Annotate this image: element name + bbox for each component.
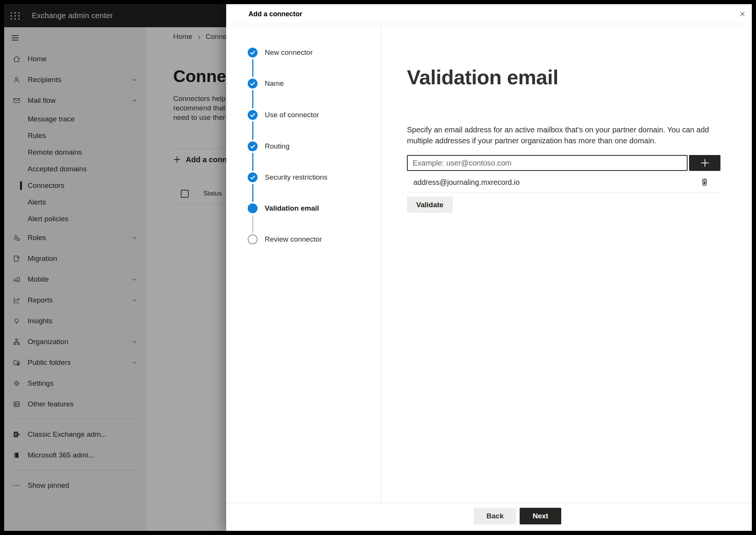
screenshot-frame: Exchange admin center HomeRecipientsMail… — [0, 0, 756, 535]
step-connector-line — [252, 184, 253, 202]
step-label: Use of connector — [265, 110, 319, 120]
divider — [407, 192, 720, 193]
panel-title: Add a connector — [248, 4, 302, 24]
step-label: Security restrictions — [265, 172, 328, 182]
screen: Exchange admin center HomeRecipientsMail… — [4, 4, 752, 531]
close-icon — [739, 10, 746, 18]
add-email-button[interactable] — [689, 155, 720, 171]
step-description: Specify an email address for an active m… — [407, 124, 709, 146]
delete-address-button[interactable] — [699, 177, 710, 188]
checkmark-icon — [248, 141, 258, 151]
step-label: Review connector — [265, 234, 322, 244]
step-heading: Validation email — [407, 65, 558, 89]
checkmark-icon — [248, 48, 258, 57]
step-circle-current — [248, 203, 258, 213]
step-label: Validation email — [265, 203, 319, 213]
wizard-stepper: New connectorNameUse of connectorRouting… — [226, 24, 381, 503]
step-connector-line — [252, 215, 253, 233]
step-circle-upcoming — [248, 234, 258, 244]
step-label: Routing — [265, 141, 290, 151]
checkmark-icon — [248, 110, 258, 120]
validation-email-input[interactable] — [407, 155, 688, 171]
step-connector-line — [252, 59, 253, 77]
modal-scrim — [4, 4, 226, 531]
step-connector-line — [252, 153, 253, 171]
step-circle-done — [248, 141, 258, 151]
next-button[interactable]: Next — [520, 508, 561, 524]
step-circle-done — [248, 79, 258, 88]
step-connector-line — [252, 90, 253, 109]
step-connector-line — [252, 121, 253, 140]
email-address-value: address@journaling.mxrecord.io — [413, 178, 520, 187]
add-connector-panel: Add a connector New connectorNameUse of … — [226, 4, 752, 531]
step-description-line: multiple addresses if your partner organ… — [407, 135, 709, 146]
plus-icon — [699, 157, 711, 169]
step-circle-done — [248, 110, 258, 120]
step-description-line: Specify an email address for an active m… — [407, 124, 709, 135]
back-button[interactable]: Back — [474, 508, 516, 524]
divider — [381, 24, 381, 503]
trash-icon — [700, 177, 709, 187]
checkmark-icon — [248, 79, 258, 88]
validate-button[interactable]: Validate — [407, 197, 453, 213]
panel-header: Add a connector — [226, 4, 752, 24]
close-button[interactable] — [737, 9, 747, 19]
step-circle-done — [248, 48, 258, 57]
divider — [226, 503, 752, 503]
step-label: New connector — [265, 48, 313, 57]
checkmark-icon — [248, 172, 258, 182]
email-address-row: address@journaling.mxrecord.io — [407, 175, 720, 189]
step-circle-done — [248, 172, 258, 182]
step-label: Name — [265, 79, 284, 88]
